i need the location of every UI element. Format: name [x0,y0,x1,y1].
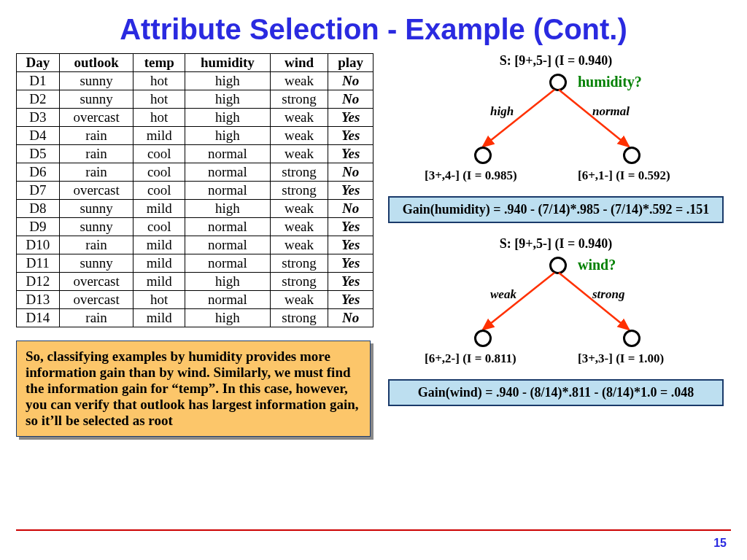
table-cell: D13 [17,291,60,309]
table-row: D7overcastcoolnormalstrongYes [17,182,374,200]
table-cell: hot [133,109,185,127]
table-cell: high [185,200,271,218]
table-cell: rain [59,127,133,145]
table-cell: strong [270,309,328,327]
table-cell: Yes [328,182,374,200]
table-cell: normal [185,145,271,163]
table-cell: sunny [59,90,133,109]
root-label: S: [9+,5-] (I = 0.940) [500,236,613,252]
table-header: play [328,54,374,72]
table-cell: mild [133,309,185,327]
table-row: D8sunnymildhighweakNo [17,200,374,218]
table-cell: D1 [17,72,60,90]
table-cell: sunny [59,218,133,236]
table-row: D5raincoolnormalweakYes [17,145,374,163]
table-cell: weak [270,236,328,254]
wind-tree: S: [9+,5-] (I = 0.940) wind? weak strong… [381,236,731,375]
table-row: D3overcasthothighweakYes [17,109,374,127]
table-cell: sunny [59,200,133,218]
table-cell: No [328,309,374,327]
table-cell: D4 [17,127,60,145]
table-cell: Yes [328,254,374,273]
left-leaf-node [474,147,492,164]
split-label: wind? [578,257,616,273]
table-cell: Yes [328,218,374,236]
table-row: D4rainmildhighweakYes [17,127,374,145]
table-cell: high [185,90,271,109]
table-header: Day [17,54,60,72]
table-cell: overcast [59,291,133,309]
table-row: D11sunnymildnormalstrongYes [17,254,374,273]
table-cell: hot [133,90,185,109]
table-row: D10rainmildnormalweakYes [17,236,374,254]
table-header: wind [270,54,328,72]
right-edge-label: normal [592,104,630,119]
table-cell: Yes [328,109,374,127]
table-cell: high [185,127,271,145]
table-cell: normal [185,218,271,236]
page-title: Attribute Selection - Example (Cont.) [0,0,747,46]
right-leaf-node [623,147,640,164]
table-cell: cool [133,145,185,163]
table-cell: sunny [59,254,133,273]
table-cell: Yes [328,291,374,309]
left-edge-label: weak [490,287,516,302]
table-cell: mild [133,254,185,273]
right-leaf-label: [3+,3-] (I = 1.00) [578,351,664,366]
left-leaf-node [474,330,492,347]
table-cell: strong [270,254,328,273]
table-cell: overcast [59,109,133,127]
table-cell: rain [59,163,133,182]
table-header: humidity [185,54,271,72]
table-cell: D12 [17,273,60,291]
right-leaf-node [623,330,640,347]
table-cell: high [185,72,271,90]
table-cell: weak [270,127,328,145]
table-row: D9sunnycoolnormalweakYes [17,218,374,236]
humidity-tree: S: [9+,5-] (I = 0.940) humidity? high no… [381,53,731,192]
table-row: D14rainmildhighstrongNo [17,309,374,327]
table-cell: rain [59,309,133,327]
table-cell: weak [270,218,328,236]
table-cell: Yes [328,236,374,254]
table-cell: D5 [17,145,60,163]
table-cell: D9 [17,218,60,236]
table-cell: normal [185,163,271,182]
table-cell: Yes [328,127,374,145]
explanation-note: So, classifying examples by humidity pro… [16,341,371,437]
table-cell: strong [270,90,328,109]
table-row: D1sunnyhothighweakNo [17,72,374,90]
data-table: Dayoutlooktemphumiditywindplay D1sunnyho… [16,53,374,327]
left-leaf-label: [6+,2-] (I = 0.811) [425,351,516,366]
split-label: humidity? [578,74,642,90]
table-cell: D6 [17,163,60,182]
table-cell: cool [133,163,185,182]
table-cell: Yes [328,273,374,291]
table-cell: No [328,163,374,182]
table-cell: hot [133,291,185,309]
right-edge-label: strong [592,287,624,302]
table-row: D12overcastmildhighstrongYes [17,273,374,291]
table-row: D13overcasthotnormalweakYes [17,291,374,309]
table-cell: D3 [17,109,60,127]
table-cell: No [328,72,374,90]
table-cell: high [185,309,271,327]
right-leaf-label: [6+,1-] (I = 0.592) [578,168,670,183]
table-cell: overcast [59,182,133,200]
footer-rule [16,529,731,531]
table-cell: D10 [17,236,60,254]
table-row: D2sunnyhothighstrongNo [17,90,374,109]
table-cell: D14 [17,309,60,327]
table-cell: high [185,273,271,291]
humidity-gain-box: Gain(humidity) = .940 - (7/14)*.985 - (7… [388,196,724,223]
left-leaf-label: [3+,4-] (I = 0.985) [425,168,517,183]
table-cell: weak [270,145,328,163]
table-cell: weak [270,109,328,127]
table-cell: cool [133,182,185,200]
table-cell: normal [185,182,271,200]
table-header: temp [133,54,185,72]
table-cell: strong [270,163,328,182]
table-cell: overcast [59,273,133,291]
table-cell: hot [133,72,185,90]
table-header: outlook [59,54,133,72]
